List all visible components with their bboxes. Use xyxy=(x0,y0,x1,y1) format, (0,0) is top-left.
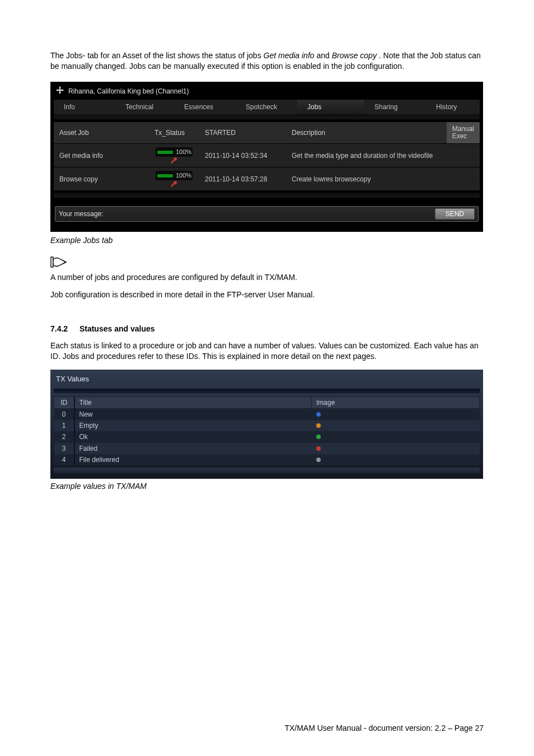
tx-caption: Example values in TX/MAM xyxy=(50,481,484,492)
tab-essences[interactable]: Essences xyxy=(174,100,236,114)
cell-started: 2011-10-14 03:52:34 xyxy=(199,144,286,167)
progress-bar: 100% xyxy=(156,171,193,180)
send-button[interactable]: SEND xyxy=(435,208,475,220)
cell-title: File delivered xyxy=(74,454,312,465)
cell-job: Browse copy xyxy=(54,167,149,190)
cell-id: 4 xyxy=(54,454,74,465)
status-dot-icon xyxy=(316,435,321,439)
hand-point-icon xyxy=(50,256,484,271)
cell-desc: Create lowres browsecopy xyxy=(286,167,480,190)
move-icon xyxy=(56,86,64,96)
table-row[interactable]: 0 New xyxy=(54,409,480,421)
tx-values-title: TX Values xyxy=(54,373,480,386)
progress-pct: 100% xyxy=(176,148,191,156)
col-asset-job[interactable]: Asset Job xyxy=(54,122,149,144)
note-line-1: A number of jobs and procedures are conf… xyxy=(50,272,484,283)
status-dot-icon xyxy=(316,412,321,417)
intro-text-b: and xyxy=(316,51,331,60)
cell-image xyxy=(312,454,480,465)
col-manual-exec[interactable]: Manual Exec xyxy=(447,122,480,144)
cell-title: Ok xyxy=(74,431,312,442)
table-row[interactable]: Get media info 100% 2011-10-14 03:52:34 … xyxy=(54,144,480,167)
cell-id: 0 xyxy=(54,409,74,421)
divider xyxy=(54,389,480,393)
divider xyxy=(54,193,480,198)
section-number: 7.4.2 xyxy=(50,324,77,334)
message-input[interactable] xyxy=(108,209,430,219)
tab-label: Jobs xyxy=(307,103,321,111)
col-label: Exec xyxy=(452,132,467,140)
tab-label: History xyxy=(436,103,457,111)
tab-jobs[interactable]: Jobs xyxy=(297,100,364,114)
cell-image xyxy=(312,409,480,421)
jobs-table: Asset Job Tx_Status STARTED Description … xyxy=(54,122,480,190)
jobs-window-titlebar: Rihanna, California King bed (Channel1) xyxy=(54,85,480,100)
table-row[interactable]: 1 Empty xyxy=(54,420,480,431)
progress-bar: 100% xyxy=(156,147,193,157)
cell-image xyxy=(312,443,480,454)
tab-label: Spotcheck xyxy=(246,103,277,111)
cell-title: Empty xyxy=(74,420,312,431)
divider xyxy=(54,114,480,120)
tab-info[interactable]: Info xyxy=(54,100,115,114)
intro-em1: Get media info xyxy=(264,51,315,60)
section-heading: 7.4.2 Statuses and values xyxy=(50,324,484,334)
tab-sharing[interactable]: Sharing xyxy=(364,100,426,114)
jobs-panel: Rihanna, California King bed (Channel1) … xyxy=(50,82,483,232)
tx-values-table: ID Title Image 0 New 1 Empty 2 Ok 3 xyxy=(54,396,480,465)
col-tx-status[interactable]: Tx_Status xyxy=(149,122,199,144)
cell-title: New xyxy=(74,409,312,421)
table-row[interactable]: 3 Failed xyxy=(54,443,480,454)
message-label: Your message: xyxy=(59,209,104,218)
cell-title: Failed xyxy=(74,443,312,454)
col-label: Manual xyxy=(452,125,474,133)
cell-image xyxy=(312,420,480,431)
col-started[interactable]: STARTED xyxy=(199,122,286,144)
cell-id: 3 xyxy=(54,443,74,454)
table-row[interactable]: Browse copy 100% 2011-10-14 03:57:28 Cre… xyxy=(54,167,480,190)
status-dot-icon xyxy=(316,446,321,451)
wrench-icon[interactable] xyxy=(170,157,178,164)
cell-job: Get media info xyxy=(54,144,149,167)
intro-text: The Jobs- tab for an Asset of the list s… xyxy=(50,51,264,60)
tab-history[interactable]: History xyxy=(426,100,482,114)
tab-technical[interactable]: Technical xyxy=(115,100,174,114)
note-line-2: Job configuration is described in more d… xyxy=(50,290,484,300)
tab-label: Essences xyxy=(184,103,213,111)
section-title: Statuses and values xyxy=(79,324,155,333)
message-row: Your message: SEND xyxy=(55,206,479,222)
progress-pct: 100% xyxy=(176,171,191,180)
jobs-caption: Example Jobs tab xyxy=(50,235,484,246)
tab-label: Sharing xyxy=(374,103,397,111)
intro-em2: Browse copy xyxy=(332,51,377,60)
col-image[interactable]: Image xyxy=(312,396,480,408)
cell-desc: Get the media type and duration of the v… xyxy=(286,144,480,167)
tab-label: Technical xyxy=(125,103,153,111)
cell-status: 100% xyxy=(149,144,199,167)
status-dot-icon xyxy=(316,458,321,462)
cell-id: 1 xyxy=(54,420,74,431)
wrench-icon[interactable] xyxy=(170,180,178,187)
col-id[interactable]: ID xyxy=(54,396,74,408)
col-title[interactable]: Title xyxy=(74,396,312,408)
cell-status: 100% xyxy=(149,167,199,190)
divider xyxy=(54,468,480,473)
tab-spotcheck[interactable]: Spotcheck xyxy=(236,100,297,114)
col-description[interactable]: Description xyxy=(286,122,447,144)
tx-values-panel: TX Values ID Title Image 0 New 1 Empty 2 xyxy=(50,370,483,479)
cell-started: 2011-10-14 03:57:28 xyxy=(199,167,286,190)
table-row[interactable]: 4 File delivered xyxy=(54,454,480,465)
cell-id: 2 xyxy=(54,431,74,442)
page-footer: TX/MAM User Manual - document version: 2… xyxy=(284,723,484,734)
tab-label: Info xyxy=(64,103,75,111)
table-row[interactable]: 2 Ok xyxy=(54,431,480,442)
intro-paragraph: The Jobs- tab for an Asset of the list s… xyxy=(50,50,484,72)
status-dot-icon xyxy=(316,423,321,428)
section-text: Each status is linked to a procedure or … xyxy=(50,340,484,362)
cell-image xyxy=(312,431,480,442)
jobs-window-title: Rihanna, California King bed (Channel1) xyxy=(68,87,189,96)
jobs-tabs: Info Technical Essences Spotcheck Jobs S… xyxy=(54,100,480,114)
